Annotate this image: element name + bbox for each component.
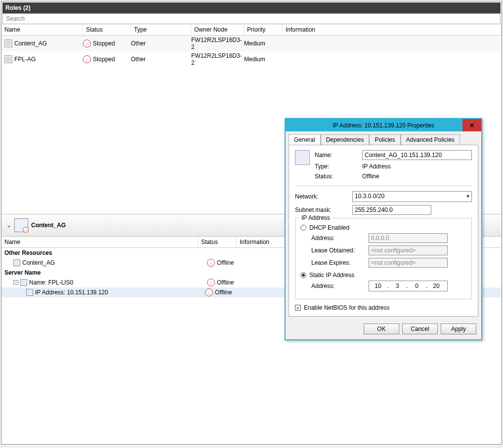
down-arrow-icon: ↓: [207, 259, 215, 267]
server-icon: [20, 279, 27, 286]
tab-general[interactable]: General: [289, 134, 321, 145]
dialog-title-bar[interactable]: IP Address: 10.151.139.120 Properties ✕: [286, 119, 481, 131]
down-arrow-icon: ↓: [205, 288, 213, 296]
type-value: IP Address: [362, 163, 391, 170]
name-field[interactable]: [362, 150, 472, 160]
ip-address-group: IP Address DHCP Enabled Address: Lease O…: [295, 218, 472, 299]
network-select[interactable]: 10.3.0.0/20: [352, 191, 472, 202]
resource-icon: [13, 259, 20, 266]
lease-obtained-label: Lease Obtained:: [311, 247, 366, 254]
server-name-label: Name: FPL-LIS0: [29, 279, 73, 286]
dcol-status[interactable]: Status: [198, 237, 237, 247]
resource-status: Offline: [217, 259, 234, 266]
type-label: Type:: [315, 163, 359, 170]
down-arrow-icon: ↓: [83, 40, 91, 47]
roles-grid: Content_AG ↓Stopped Other FW12R2LSP16D3-…: [1, 36, 502, 67]
dhcp-radio[interactable]: [300, 225, 306, 231]
static-radio-row[interactable]: Static IP Address: [300, 272, 466, 279]
roles-column-headers: Name Status Type Owner Node Priority Inf…: [1, 24, 502, 36]
role-type: Other: [131, 56, 191, 63]
search-row: [2, 13, 501, 24]
col-owner[interactable]: Owner Node: [191, 24, 244, 35]
role-status: Stopped: [93, 56, 115, 63]
status-value: Offline: [362, 173, 379, 180]
role-status: Stopped: [93, 40, 115, 47]
tab-dependencies[interactable]: Dependencies: [321, 134, 370, 145]
col-status[interactable]: Status: [83, 24, 131, 35]
ip-label: IP Address: 10.151.139.120: [35, 289, 108, 296]
col-name[interactable]: Name: [1, 24, 83, 35]
static-ip-field[interactable]: . . .: [369, 281, 448, 291]
resource-name: Content_AG: [22, 259, 55, 266]
dhcp-label: DHCP Enabled: [309, 224, 349, 231]
lease-expires-label: Lease Expires:: [311, 259, 366, 266]
col-type[interactable]: Type: [131, 24, 191, 35]
role-priority: Medium: [244, 56, 283, 63]
collapse-icon[interactable]: −: [13, 280, 18, 285]
role-name: FPL-AG: [14, 56, 36, 63]
role-icon: [4, 40, 12, 47]
static-label: Static IP Address: [309, 272, 354, 279]
static-address-label: Address:: [311, 283, 366, 289]
role-owner: FW12R2LSP16D3-2: [191, 52, 244, 66]
col-priority[interactable]: Priority: [244, 24, 283, 35]
name-label: Name:: [315, 152, 359, 159]
lease-obtained-field: [369, 245, 448, 255]
subnet-label: Subnet mask:: [295, 206, 349, 213]
status-label: Status:: [315, 173, 359, 180]
dhcp-radio-row[interactable]: DHCP Enabled: [300, 224, 466, 231]
close-button[interactable]: ✕: [462, 119, 481, 131]
role-row[interactable]: Content_AG ↓Stopped Other FW12R2LSP16D3-…: [1, 36, 502, 51]
role-type: Other: [131, 40, 191, 47]
lease-expires-field: [369, 258, 448, 268]
tab-policies[interactable]: Policies: [369, 134, 400, 145]
ip-octet-1[interactable]: [369, 283, 387, 289]
role-name: Content_AG: [14, 40, 47, 47]
ip-group-title: IP Address: [299, 214, 332, 221]
dialog-buttons: OK Cancel Apply: [286, 320, 481, 339]
down-arrow-icon: ↓: [207, 279, 215, 286]
subnet-field[interactable]: [352, 205, 431, 215]
down-arrow-icon: ↓: [83, 55, 91, 63]
dhcp-address-label: Address:: [311, 235, 366, 242]
role-owner: FW12R2LSP16D3-2: [191, 37, 244, 50]
detail-title: Content_AG: [31, 222, 66, 229]
dcol-name[interactable]: Name: [1, 237, 198, 247]
netbios-checkbox[interactable]: ✓: [295, 305, 301, 311]
tab-general-body: Name: Type: IP Address Status: Offline N…: [289, 145, 478, 317]
role-icon: [4, 55, 12, 63]
search-input[interactable]: [3, 14, 500, 24]
dhcp-address-field: [369, 233, 448, 243]
dialog-tabs: General Dependencies Policies Advanced P…: [286, 131, 481, 145]
server-large-icon: [295, 150, 310, 165]
netbios-label: Enable NetBIOS for this address: [304, 304, 389, 311]
static-radio[interactable]: [300, 272, 306, 278]
cancel-button[interactable]: Cancel: [402, 324, 438, 334]
ok-button[interactable]: OK: [364, 324, 399, 334]
tab-advanced-policies[interactable]: Advanced Policies: [401, 134, 460, 145]
header: Roles (2): [1, 1, 502, 24]
ip-octet-2[interactable]: [388, 283, 406, 289]
ip-icon: [26, 289, 33, 296]
roles-title: Roles (2): [2, 2, 501, 13]
role-row[interactable]: FPL-AG ↓Stopped Other FW12R2LSP16D3-2 Me…: [1, 51, 502, 67]
network-label: Network:: [295, 193, 349, 200]
role-large-icon: ↓: [14, 218, 28, 232]
ip-octet-4[interactable]: [427, 283, 445, 289]
ip-octet-3[interactable]: [408, 283, 426, 289]
server-name-status: Offline: [217, 279, 234, 286]
properties-dialog: IP Address: 10.151.139.120 Properties ✕ …: [285, 118, 482, 340]
dialog-title: IP Address: 10.151.139.120 Properties: [333, 122, 434, 129]
netbios-row[interactable]: ✓ Enable NetBIOS for this address: [295, 304, 472, 311]
apply-button[interactable]: Apply: [441, 324, 476, 334]
role-priority: Medium: [244, 40, 283, 47]
col-info[interactable]: Information: [283, 24, 502, 35]
chevron-down-icon[interactable]: ⌄: [6, 222, 11, 229]
ip-status: Offline: [215, 289, 232, 296]
